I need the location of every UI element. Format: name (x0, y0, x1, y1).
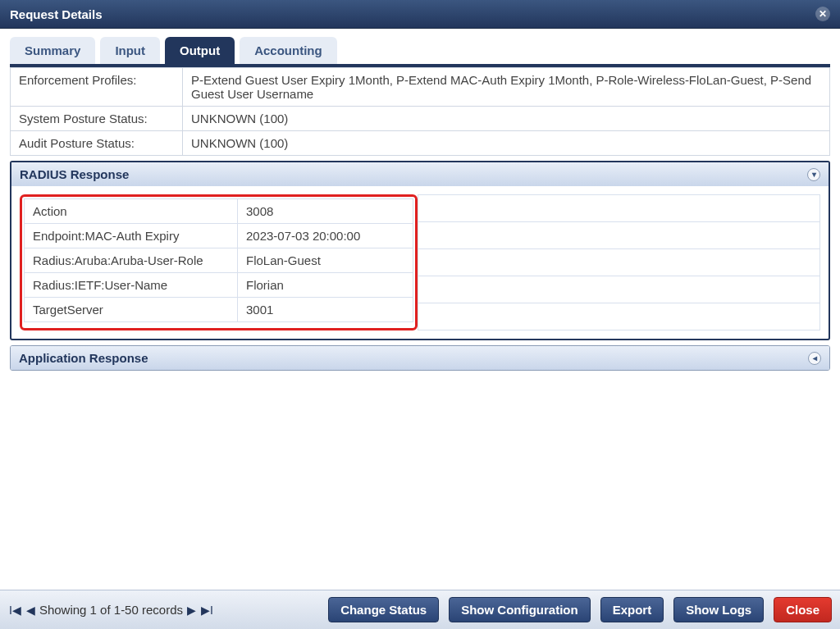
radius-kv-table-rest (418, 194, 820, 330)
tab-input[interactable]: Input (100, 37, 160, 64)
first-page-icon[interactable]: I◀ (8, 604, 22, 617)
kv-value: Florian (238, 273, 413, 298)
close-button[interactable]: Close (774, 597, 832, 622)
footer-buttons: Change Status Show Configuration Export … (328, 597, 832, 622)
kv-key: TargetServer (25, 298, 238, 322)
table-row (418, 195, 820, 222)
table-row (418, 303, 820, 330)
summary-label: System Posture Status: (11, 107, 183, 131)
table-row: System Posture Status: UNKNOWN (100) (11, 107, 830, 131)
last-page-icon[interactable]: ▶I (200, 604, 214, 617)
panel-title: RADIUS Response (20, 167, 129, 181)
tab-accounting[interactable]: Accounting (240, 37, 337, 64)
kv-value: FloLan-Guest (238, 248, 413, 273)
summary-label: Audit Posture Status: (11, 131, 183, 156)
table-row: Radius:IETF:User-Name Florian (25, 273, 413, 298)
table-row: Audit Posture Status: UNKNOWN (100) (11, 131, 830, 156)
prev-page-icon[interactable]: ◀ (25, 604, 36, 617)
radius-highlight-box: Action 3008 Endpoint:MAC-Auth Expiry 202… (20, 194, 418, 330)
summary-value: UNKNOWN (100) (183, 131, 830, 156)
kv-value: 2023-07-03 20:00:00 (238, 224, 413, 248)
table-row: Enforcement Profiles: P-Extend Guest Use… (11, 68, 830, 107)
output-summary-table: Enforcement Profiles: P-Extend Guest Use… (10, 67, 830, 156)
table-row: Radius:Aruba:Aruba-User-Role FloLan-Gues… (25, 248, 413, 273)
summary-label: Enforcement Profiles: (11, 68, 183, 107)
table-row (418, 249, 820, 276)
tab-bar: Summary Input Output Accounting (10, 37, 830, 67)
close-icon[interactable]: ✕ (815, 7, 830, 21)
radius-kv-table: Action 3008 Endpoint:MAC-Auth Expiry 202… (24, 198, 413, 322)
kv-key: Action (25, 199, 238, 224)
request-details-dialog: Request Details ✕ Summary Input Output A… (0, 0, 840, 629)
chevron-left-icon[interactable]: ◂ (808, 352, 821, 365)
kv-key: Radius:IETF:User-Name (25, 273, 238, 298)
pager: I◀ ◀ Showing 1 of 1-50 records ▶ ▶I (8, 603, 214, 617)
dialog-title: Request Details (10, 7, 103, 21)
panel-title: Application Response (19, 351, 148, 365)
panel-header[interactable]: Application Response ◂ (11, 346, 829, 370)
panel-body: Action 3008 Endpoint:MAC-Auth Expiry 202… (11, 186, 829, 339)
show-configuration-button[interactable]: Show Configuration (449, 597, 590, 622)
table-row: Action 3008 (25, 199, 413, 224)
summary-value: P-Extend Guest User Expiry 1Month, P-Ext… (183, 68, 830, 107)
summary-value: UNKNOWN (100) (183, 107, 830, 131)
tab-summary[interactable]: Summary (10, 37, 95, 64)
radius-response-panel: RADIUS Response ▾ Action 3008 Endpoint:M… (10, 161, 830, 340)
dialog-footer: I◀ ◀ Showing 1 of 1-50 records ▶ ▶I Chan… (0, 590, 840, 629)
export-button[interactable]: Export (600, 597, 664, 622)
table-row (418, 222, 820, 249)
kv-value: 3008 (238, 199, 413, 224)
pager-text: Showing 1 of 1-50 records (39, 603, 183, 617)
kv-value: 3001 (238, 298, 413, 322)
dialog-content: Summary Input Output Accounting Enforcem… (0, 29, 840, 590)
kv-key: Endpoint:MAC-Auth Expiry (25, 224, 238, 248)
table-row: Endpoint:MAC-Auth Expiry 2023-07-03 20:0… (25, 224, 413, 248)
panel-header[interactable]: RADIUS Response ▾ (11, 162, 829, 186)
table-row: TargetServer 3001 (25, 298, 413, 322)
change-status-button[interactable]: Change Status (328, 597, 439, 622)
kv-key: Radius:Aruba:Aruba-User-Role (25, 248, 238, 273)
show-logs-button[interactable]: Show Logs (673, 597, 764, 622)
tab-output[interactable]: Output (165, 37, 235, 64)
chevron-down-icon[interactable]: ▾ (807, 168, 820, 181)
next-page-icon[interactable]: ▶ (186, 604, 197, 617)
dialog-titlebar: Request Details ✕ (0, 0, 840, 29)
table-row (418, 276, 820, 303)
application-response-panel: Application Response ◂ (10, 345, 830, 371)
